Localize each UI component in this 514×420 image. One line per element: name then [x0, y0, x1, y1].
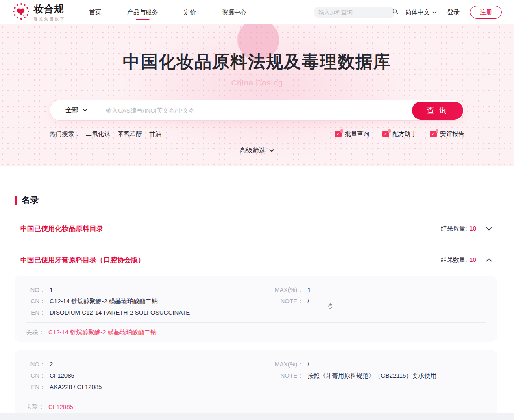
result-count: 结果数量:10 — [441, 256, 476, 264]
result-count-value: 10 — [469, 256, 476, 263]
advanced-filter-toggle[interactable]: 高级筛选 — [0, 146, 514, 155]
catalog-title: 中国已使用化妆品原料目录 — [20, 224, 103, 233]
top-navbar: 妆合规 瑾旭集团旗下 首页 产品与服务 定价 资源中心 简体中文 登录 注册 — [0, 0, 514, 24]
result-count-label: 结果数量: — [441, 256, 467, 263]
chevron-down-icon — [432, 11, 437, 14]
option-safety-report-label: 安评报告 — [440, 130, 464, 138]
option-batch-query[interactable]: ✓ 批量查询 — [335, 130, 369, 138]
chevron-down-icon[interactable] — [486, 227, 492, 231]
field-value-max: 1 — [307, 285, 311, 295]
search-icon[interactable] — [392, 8, 399, 16]
field-label-en: EN： — [26, 308, 46, 318]
hero-section: 中国化妆品原料法规及毒理数据库 China CosIng 全部 查 询 热门搜索… — [0, 24, 514, 166]
main-search-input[interactable] — [98, 107, 464, 114]
hot-search-item-phenoxyethanol[interactable]: 苯氧乙醇 — [118, 130, 142, 138]
brand-logo-icon — [12, 2, 30, 22]
result-count: 结果数量:10 — [441, 225, 476, 233]
related-link[interactable]: CI 12085 — [48, 403, 73, 410]
field-label-en: EN： — [26, 382, 46, 392]
checked-checkbox-icon[interactable]: ✓ — [335, 131, 342, 137]
subtitle-line-left — [157, 83, 224, 83]
nav-item-pricing[interactable]: 定价 — [184, 0, 196, 24]
option-formula-helper-label: 配方助手 — [392, 130, 417, 138]
chevron-down-icon — [269, 149, 274, 152]
field-label-no: NO： — [26, 285, 46, 295]
register-button[interactable]: 注册 — [470, 6, 502, 19]
field-value-no: 1 — [50, 285, 53, 295]
section-title: 名录 — [22, 194, 39, 206]
field-label-cn: CN： — [26, 371, 46, 381]
field-label-no: NO： — [26, 359, 46, 369]
field-label-cn: CN： — [26, 296, 46, 306]
advanced-filter-label: 高级筛选 — [240, 146, 266, 155]
chevron-up-icon[interactable] — [486, 258, 492, 262]
hot-search-item-tio2[interactable]: 二氧化钛 — [86, 130, 110, 138]
chevron-down-icon — [83, 109, 87, 112]
field-label-max: MAX(%)： — [274, 359, 303, 369]
nav-item-home[interactable]: 首页 — [89, 0, 101, 24]
hot-search-item-glycerin[interactable]: 甘油 — [149, 130, 161, 138]
related-link[interactable]: C12-14 链烷醇聚醚-2 磺基琥珀酸酯二钠 — [48, 329, 157, 336]
result-count-value: 10 — [469, 225, 476, 232]
brand-tagline: 瑾旭集团旗下 — [34, 17, 65, 22]
section-accent-bar — [15, 196, 17, 205]
main-search-bar: 全部 查 询 — [50, 100, 464, 121]
option-safety-report[interactable]: ✓ 安评报告 — [430, 130, 464, 138]
field-value-no: 2 — [50, 359, 53, 369]
field-value-max: / — [307, 359, 309, 369]
checked-checkbox-icon[interactable]: ✓ — [382, 131, 389, 137]
nav-item-products-label: 产品与服务 — [127, 9, 158, 16]
field-value-note: 按照《牙膏用原料规范》（GB22115）要求使用 — [307, 371, 436, 381]
catalog-title: 中国已使用牙膏原料目录（口腔协会版） — [20, 255, 145, 265]
hot-search-label: 热门搜索： — [50, 130, 80, 138]
checked-checkbox-icon[interactable]: ✓ — [430, 131, 437, 137]
language-selector[interactable]: 简体中文 — [405, 9, 437, 16]
catalog-row-cosmetics[interactable]: 中国已使用化妆品原料目录 结果数量:10 — [15, 213, 497, 244]
record-card[interactable]: NO：1 CN：C12-14 链烷醇聚醚-2 磺基琥珀酸酯二钠 EN：DISOD… — [15, 276, 497, 342]
related-label: 关联： — [26, 403, 44, 411]
nav-item-products[interactable]: 产品与服务 — [127, 0, 158, 24]
navbar-search[interactable] — [314, 7, 395, 18]
field-label-note: NOTE： — [274, 371, 303, 381]
subtitle-line-right — [290, 83, 357, 83]
brand-logo[interactable]: 妆合规 瑾旭集团旗下 — [12, 2, 65, 22]
brand-name: 妆合规 — [33, 2, 66, 15]
page-title: 中国化妆品原料法规及毒理数据库 — [0, 24, 514, 73]
search-category-value: 全部 — [65, 106, 78, 115]
search-submit-button[interactable]: 查 询 — [412, 102, 463, 120]
main-nav: 首页 产品与服务 定价 资源中心 — [89, 0, 246, 24]
record-card[interactable]: NO：2 CN：CI 12085 EN：AKA228 / CI 12085 MA… — [15, 350, 497, 416]
catalog-row-toothpaste[interactable]: 中国已使用牙膏原料目录（口腔协会版） 结果数量:10 — [15, 244, 497, 275]
active-tab-underline — [136, 19, 150, 20]
page-subtitle: China CosIng — [231, 78, 283, 87]
field-value-cn: CI 12085 — [50, 371, 74, 381]
field-label-max: MAX(%)： — [274, 285, 303, 295]
field-value-cn: C12-14 链烷醇聚醚-2 磺基琥珀酸酯二钠 — [50, 296, 158, 306]
field-label-note: NOTE： — [274, 296, 303, 306]
next-section-edge — [0, 413, 514, 420]
field-value-en: DISODIUM C12-14 PARETH-2 SULFOSUCCINATE — [50, 308, 190, 318]
field-value-note: / — [307, 296, 309, 306]
result-count-label: 结果数量: — [441, 225, 467, 232]
language-label: 简体中文 — [405, 9, 430, 16]
navbar-search-input[interactable] — [318, 9, 392, 15]
nav-item-resources[interactable]: 资源中心 — [222, 0, 246, 24]
search-category-dropdown[interactable]: 全部 — [50, 106, 98, 115]
login-link[interactable]: 登录 — [447, 9, 460, 16]
option-formula-helper[interactable]: ✓ 配方助手 — [382, 130, 417, 138]
related-label: 关联： — [26, 329, 44, 336]
option-batch-query-label: 批量查询 — [345, 130, 369, 138]
field-value-en: AKA228 / CI 12085 — [50, 382, 102, 392]
